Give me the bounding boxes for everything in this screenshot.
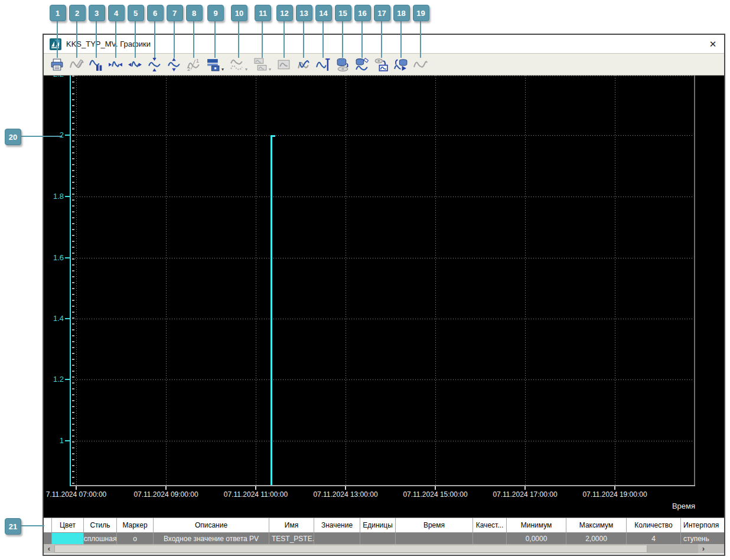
col-header-selector[interactable] (44, 518, 52, 533)
x-tick (165, 486, 167, 490)
col-header-units[interactable]: Единицы (360, 518, 396, 533)
gridline-h (70, 319, 695, 319)
x-axis-label: 07.11.2024 17:00:00 (481, 490, 569, 499)
x-axis-title: Время (636, 502, 695, 510)
scroll-left-button[interactable]: ‹ (44, 544, 54, 554)
svg-text:2: 2 (187, 66, 190, 72)
cell-min[interactable]: 0,0000 (507, 533, 566, 544)
callout-number: 1 (56, 9, 60, 18)
callout-number: 16 (358, 9, 366, 18)
callout-line-21 (21, 525, 44, 526)
y-tick (65, 379, 71, 380)
legend-table: Цвет Стиль Маркер Описание Имя Значение … (44, 518, 724, 544)
gridline-h (70, 258, 695, 258)
callout-badge-15: 15 (335, 5, 351, 21)
scroll-right-button[interactable]: › (698, 544, 709, 554)
callout-badge-5: 5 (128, 5, 144, 21)
cell-count[interactable]: 4 (627, 533, 681, 544)
gridline-v (525, 76, 526, 485)
cell-units[interactable] (360, 533, 396, 544)
trend-chart[interactable]: 2.2 2 1.8 1.6 1.4 1.2 1 7.11.2024 07:00:… (44, 76, 724, 518)
callout-line-12 (283, 20, 285, 58)
col-header-max[interactable]: Максимум (566, 518, 627, 533)
y-tick (65, 257, 71, 258)
col-header-count[interactable]: Количество (627, 518, 681, 533)
callout-line-18 (400, 20, 402, 58)
callout-badge-11: 11 (255, 5, 271, 21)
callout-number: 12 (280, 9, 288, 18)
cell-value[interactable] (314, 533, 360, 544)
toolbar: 12 ▾ ▾ ▾ (44, 53, 724, 76)
cell-max[interactable]: 2,0000 (566, 533, 627, 544)
window-title: KKS_TYP_MV. Графики (66, 40, 151, 48)
x-tick (435, 486, 436, 490)
col-header-style[interactable]: Стиль (84, 518, 117, 533)
gridline-v (615, 76, 615, 485)
trend-color-swatch[interactable] (52, 533, 84, 544)
x-axis-label: 07.11.2024 11:00:00 (211, 490, 300, 499)
callout-line-15 (342, 20, 343, 58)
x-tick (255, 486, 256, 490)
cell-time[interactable] (396, 533, 473, 544)
callout-number: 3 (94, 9, 99, 18)
x-tick (76, 486, 77, 490)
callout-number: 8 (192, 9, 196, 18)
y-axis-label: 1.8 (44, 192, 64, 201)
gridline-h (70, 379, 695, 380)
callout-badge-19: 19 (413, 5, 429, 21)
trend-row[interactable]: сплошная o Входное значение ответа PV TE… (44, 533, 724, 544)
callout-number: 4 (114, 9, 118, 18)
x-axis-label: 07.11.2024 15:00:00 (391, 490, 480, 499)
col-header-min[interactable]: Минимум (507, 518, 566, 533)
col-header-value[interactable]: Значение (314, 518, 360, 533)
cell-selector[interactable] (44, 533, 52, 544)
callout-badge-4: 4 (108, 5, 125, 21)
gridline-v (166, 76, 167, 485)
callout-number: 17 (377, 9, 386, 18)
scrollbar-track[interactable] (647, 544, 698, 554)
col-header-time[interactable]: Время (396, 518, 473, 533)
col-header-description[interactable]: Описание (154, 518, 269, 533)
y-tick (65, 135, 71, 136)
callout-number: 20 (9, 133, 17, 142)
callout-line-4 (115, 20, 116, 58)
col-header-color[interactable]: Цвет (52, 518, 84, 533)
horizontal-scrollbar[interactable]: ‹ › (44, 544, 724, 554)
cell-description[interactable]: Входное значение ответа PV (154, 533, 269, 544)
callout-number: 9 (213, 9, 217, 18)
callout-badge-10: 10 (231, 5, 247, 21)
cell-style[interactable]: сплошная (84, 533, 117, 544)
callout-line-1 (57, 20, 58, 58)
callout-badge-13: 13 (296, 5, 312, 21)
callout-number: 14 (319, 9, 327, 18)
cell-interpolation[interactable]: ступень (681, 533, 724, 544)
col-header-name[interactable]: Имя (269, 518, 314, 533)
x-axis-line (70, 485, 695, 486)
x-axis-label: 07.11.2024 19:00:00 (571, 490, 659, 499)
title-bar[interactable]: KKS_TYP_MV. Графики ✕ (44, 35, 724, 53)
col-header-marker[interactable]: Маркер (117, 518, 154, 533)
callout-line-11 (262, 20, 263, 58)
page: { "callouts": { "top": ["1","2","3","4",… (0, 0, 730, 560)
scrollbar-thumb[interactable] (54, 545, 647, 553)
cell-quality[interactable] (473, 533, 507, 544)
callout-badge-9: 9 (207, 5, 224, 21)
svg-text:1: 1 (196, 58, 199, 64)
callout-line-7 (174, 20, 175, 58)
gridline-h (70, 197, 695, 197)
callout-number: 5 (133, 9, 138, 18)
cell-marker[interactable]: o (117, 533, 154, 544)
col-header-quality[interactable]: Качест... (473, 518, 507, 533)
callout-badge-2: 2 (69, 5, 86, 21)
callout-line-14 (322, 20, 324, 58)
callout-badge-17: 17 (374, 5, 390, 21)
callout-line-9 (214, 20, 216, 58)
y-axis-label: 1.6 (44, 253, 64, 263)
x-axis-label: 07.11.2024 13:00:00 (301, 490, 390, 499)
cell-name[interactable]: TEST_PSTE... (269, 533, 314, 544)
callout-line-19 (420, 20, 421, 58)
callout-number: 21 (9, 522, 17, 531)
dropdown-arrow-icon: ▾ (269, 67, 271, 72)
col-header-interpolation[interactable]: Интерполя (681, 518, 724, 533)
close-button[interactable]: ✕ (708, 39, 718, 50)
